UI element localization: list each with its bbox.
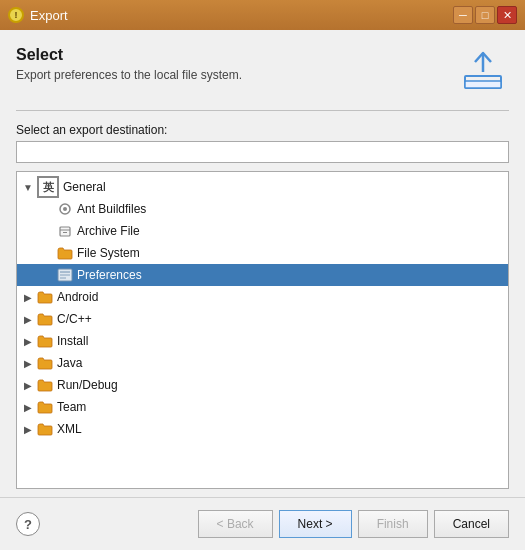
export-icon	[461, 48, 505, 92]
android-folder-icon	[37, 289, 53, 305]
restore-button[interactable]: □	[475, 6, 495, 24]
app-icon: !	[8, 7, 24, 23]
expand-general-icon[interactable]: ▼	[21, 180, 35, 194]
team-folder-icon	[37, 399, 53, 415]
expand-cpp-icon[interactable]: ▶	[21, 312, 35, 326]
window-title: Export	[30, 8, 68, 23]
svg-rect-1	[465, 81, 501, 88]
run-debug-label: Run/Debug	[57, 378, 118, 392]
archive-file-label: Archive File	[77, 224, 140, 238]
expand-java-icon[interactable]: ▶	[21, 356, 35, 370]
tree-item-java[interactable]: ▶ Java	[17, 352, 508, 374]
expand-run-debug-icon[interactable]: ▶	[21, 378, 35, 392]
header-section: Select Export preferences to the local f…	[16, 46, 509, 94]
xml-folder-icon	[37, 421, 53, 437]
cancel-button[interactable]: Cancel	[434, 510, 509, 538]
general-label: General	[63, 180, 106, 194]
finish-button[interactable]: Finish	[358, 510, 428, 538]
tree-item-general[interactable]: ▼ 英 General	[17, 176, 508, 198]
title-bar-left: ! Export	[8, 7, 68, 23]
tree-item-install[interactable]: ▶ Install	[17, 330, 508, 352]
page-title: Select	[16, 46, 457, 64]
close-button[interactable]: ✕	[497, 6, 517, 24]
expand-team-icon[interactable]: ▶	[21, 400, 35, 414]
tree-item-android[interactable]: ▶ Android	[17, 286, 508, 308]
tree-item-xml[interactable]: ▶ XML	[17, 418, 508, 440]
run-debug-folder-icon	[37, 377, 53, 393]
tree-item-file-system[interactable]: File System	[17, 242, 508, 264]
file-system-icon	[57, 245, 73, 261]
java-folder-icon	[37, 355, 53, 371]
search-input[interactable]	[16, 141, 509, 163]
java-label: Java	[57, 356, 82, 370]
android-label: Android	[57, 290, 98, 304]
svg-rect-5	[60, 227, 70, 236]
help-button[interactable]: ?	[16, 512, 40, 536]
back-button[interactable]: < Back	[198, 510, 273, 538]
next-button[interactable]: Next >	[279, 510, 352, 538]
expand-xml-icon[interactable]: ▶	[21, 422, 35, 436]
team-label: Team	[57, 400, 86, 414]
general-icon: 英	[37, 176, 59, 198]
tree-item-team[interactable]: ▶ Team	[17, 396, 508, 418]
tree-item-preferences[interactable]: Preferences	[17, 264, 508, 286]
ant-icon	[57, 201, 73, 217]
preferences-icon	[57, 267, 73, 283]
svg-point-4	[63, 207, 67, 211]
header-icon	[457, 46, 509, 94]
install-label: Install	[57, 334, 88, 348]
header-text: Select Export preferences to the local f…	[16, 46, 457, 82]
install-folder-icon	[37, 333, 53, 349]
xml-label: XML	[57, 422, 82, 436]
header-divider	[16, 110, 509, 111]
title-bar: ! Export ─ □ ✕	[0, 0, 525, 30]
tree-item-ant-buildfiles[interactable]: Ant Buildfiles	[17, 198, 508, 220]
archive-icon	[57, 223, 73, 239]
file-system-label: File System	[77, 246, 140, 260]
window-controls: ─ □ ✕	[453, 6, 517, 24]
nav-buttons: < Back Next > Finish Cancel	[198, 510, 509, 538]
button-row: ? < Back Next > Finish Cancel	[16, 510, 509, 538]
minimize-button[interactable]: ─	[453, 6, 473, 24]
page-description: Export preferences to the local file sys…	[16, 68, 457, 82]
tree-item-archive-file[interactable]: Archive File	[17, 220, 508, 242]
ant-buildfiles-label: Ant Buildfiles	[77, 202, 146, 216]
expand-android-icon[interactable]: ▶	[21, 290, 35, 304]
cpp-label: C/C++	[57, 312, 92, 326]
tree-item-run-debug[interactable]: ▶ Run/Debug	[17, 374, 508, 396]
main-content: Select Export preferences to the local f…	[0, 30, 525, 489]
cpp-folder-icon	[37, 311, 53, 327]
preferences-label: Preferences	[77, 268, 142, 282]
select-label: Select an export destination:	[16, 123, 509, 137]
tree-container[interactable]: ▼ 英 General Ant Buildfiles	[16, 171, 509, 489]
tree-item-cpp[interactable]: ▶ C/C++	[17, 308, 508, 330]
bottom-area: ? < Back Next > Finish Cancel	[0, 497, 525, 550]
expand-install-icon[interactable]: ▶	[21, 334, 35, 348]
